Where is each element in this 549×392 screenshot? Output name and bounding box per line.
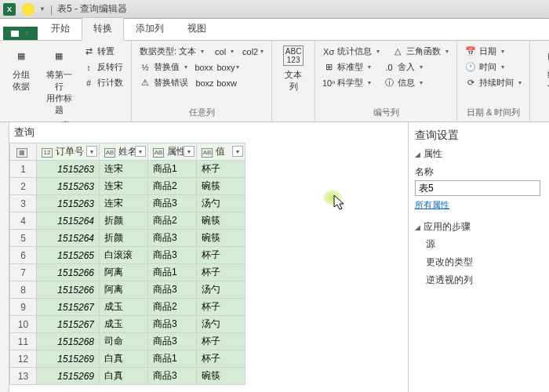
ribbon-持续时间[interactable]: ⟳持续时间▾ bbox=[462, 75, 525, 90]
table-row[interactable]: 51515264折颜商品3碗筷 bbox=[10, 230, 245, 247]
table-row[interactable]: 31515263连宋商品3汤勺 bbox=[10, 195, 245, 212]
table-row[interactable]: 111515268司命商品3杯子 bbox=[10, 333, 245, 350]
row-number[interactable]: 2 bbox=[10, 178, 37, 195]
ribbon-三角函数[interactable]: △三角函数▾ bbox=[389, 44, 452, 59]
tab-添加列[interactable]: 添加列 bbox=[124, 17, 176, 40]
cell[interactable]: 连宋 bbox=[100, 195, 148, 212]
smiley-icon[interactable] bbox=[22, 3, 35, 16]
cell[interactable]: 商品2 bbox=[148, 212, 197, 230]
cell[interactable]: 1515268 bbox=[37, 333, 100, 350]
table-row[interactable]: 131515269白真商品3碗筷 bbox=[10, 368, 245, 385]
row-number[interactable]: 8 bbox=[10, 281, 37, 299]
table-row[interactable]: 61515265白滚滚商品3杯子 bbox=[10, 247, 245, 264]
row-number[interactable]: 1 bbox=[10, 161, 37, 178]
row-number[interactable]: 3 bbox=[10, 195, 37, 212]
table-row[interactable]: 91515267成玉商品2杯子 bbox=[10, 299, 245, 316]
cell[interactable]: 1515266 bbox=[37, 264, 100, 281]
row-number[interactable]: 5 bbox=[10, 230, 37, 247]
row-number[interactable]: 12 bbox=[10, 350, 37, 368]
cell[interactable]: 阿离 bbox=[100, 281, 148, 299]
row-number[interactable]: 7 bbox=[10, 264, 37, 281]
cell[interactable]: 杯子 bbox=[197, 161, 245, 178]
cell[interactable]: 1515269 bbox=[37, 350, 100, 368]
table-row[interactable]: 21515263连宋商品2碗筷 bbox=[10, 178, 245, 195]
filter-dropdown-icon[interactable]: ▾ bbox=[232, 146, 243, 157]
step-更改的类型[interactable]: 更改的类型 bbox=[415, 253, 549, 271]
ribbon-标准型[interactable]: ⊞标准型▾ bbox=[320, 60, 374, 74]
column-header-值[interactable]: AB值▾ bbox=[197, 143, 245, 161]
ribbon-行计数[interactable]: #行计数 bbox=[80, 75, 126, 90]
table-row[interactable]: 41515264折颜商品2碗筷 bbox=[10, 212, 245, 230]
tab-开始[interactable]: 开始 bbox=[39, 17, 82, 40]
cell[interactable]: 商品2 bbox=[148, 178, 197, 195]
query-nav-collapsed[interactable] bbox=[0, 122, 9, 392]
cell[interactable]: 1515267 bbox=[37, 299, 100, 316]
cell[interactable]: 1515263 bbox=[37, 195, 100, 212]
steps-section-header[interactable]: ◢应用的步骤 bbox=[415, 220, 549, 234]
table-row[interactable]: 11515263连宋商品1杯子 bbox=[10, 161, 245, 178]
cell[interactable]: 碗筷 bbox=[197, 230, 245, 247]
ribbon-信息[interactable]: ⓘ信息▾ bbox=[380, 75, 426, 90]
cell[interactable]: 1515264 bbox=[37, 212, 100, 230]
filter-dropdown-icon[interactable]: ▾ bbox=[184, 146, 195, 157]
ribbon-数据类型: 文本[interactable]: 数据类型: 文本▾ bbox=[136, 44, 207, 59]
filter-dropdown-icon[interactable]: ▾ bbox=[86, 146, 97, 157]
cell[interactable]: 商品3 bbox=[148, 247, 197, 264]
table-row[interactable]: 121515269白真商品1杯子 bbox=[10, 350, 245, 368]
cell[interactable]: 商品1 bbox=[148, 161, 197, 178]
ribbon-日期[interactable]: 📅日期▾ bbox=[462, 44, 525, 59]
cell[interactable]: 折颜 bbox=[100, 212, 148, 230]
cell[interactable]: 商品1 bbox=[148, 350, 197, 368]
properties-section-header[interactable]: ◢属性 bbox=[415, 147, 549, 161]
tab-转换[interactable]: 转换 bbox=[82, 17, 124, 41]
cell[interactable]: 汤勺 bbox=[197, 316, 245, 333]
cell[interactable]: 汤勺 bbox=[197, 281, 245, 299]
corner-cell[interactable]: ▦ bbox=[10, 143, 37, 161]
ribbon-boxw[interactable]: boxw bbox=[218, 75, 235, 90]
ribbon-科学型[interactable]: 10ⁿ科学型▾ bbox=[320, 75, 374, 90]
ribbon-boxz[interactable]: boxz bbox=[196, 75, 213, 90]
ribbon-boxy[interactable]: boxy▾ bbox=[217, 60, 242, 74]
cell[interactable]: 司命 bbox=[100, 333, 148, 350]
cell[interactable]: 碗筷 bbox=[197, 212, 245, 230]
cell[interactable]: 1515266 bbox=[37, 281, 100, 299]
all-properties-link[interactable]: 所有属性 bbox=[415, 199, 549, 211]
cell[interactable]: 阿离 bbox=[100, 264, 148, 281]
query-name-input[interactable] bbox=[415, 180, 540, 196]
cell[interactable]: 1515269 bbox=[37, 368, 100, 385]
cell[interactable]: 白真 bbox=[100, 368, 148, 385]
ribbon-文本列[interactable]: ABC123文本列 bbox=[275, 42, 311, 117]
ribbon-col[interactable]: col▾ bbox=[212, 44, 237, 59]
cell[interactable]: 商品3 bbox=[148, 368, 197, 385]
cell[interactable]: 商品3 bbox=[148, 316, 197, 333]
row-number[interactable]: 9 bbox=[10, 299, 37, 316]
cell[interactable]: 商品3 bbox=[148, 230, 197, 247]
tab-视图[interactable]: 视图 bbox=[176, 17, 218, 40]
ribbon-时间[interactable]: 🕐时间▾ bbox=[462, 60, 525, 74]
cell[interactable]: 商品1 bbox=[148, 264, 197, 281]
smiley-dropdown-icon[interactable]: ▼ bbox=[39, 5, 45, 13]
column-header-属性[interactable]: AB属性▾ bbox=[148, 143, 197, 161]
cell[interactable]: 1515265 bbox=[37, 247, 100, 264]
cell[interactable]: 汤勺 bbox=[197, 195, 245, 212]
cell[interactable]: 杯子 bbox=[197, 350, 245, 368]
row-number[interactable]: 10 bbox=[10, 316, 37, 333]
cell[interactable]: 连宋 bbox=[100, 161, 148, 178]
column-header-订单号[interactable]: 12订单号▾ bbox=[37, 143, 100, 161]
cell[interactable]: 杯子 bbox=[197, 299, 245, 316]
ribbon-舍入[interactable]: .0舍入▾ bbox=[380, 60, 426, 74]
row-number[interactable]: 13 bbox=[10, 368, 37, 385]
ribbon-转置[interactable]: ⇄转置 bbox=[80, 44, 126, 59]
row-number[interactable]: 4 bbox=[10, 212, 37, 230]
ribbon-反转行[interactable]: ↕反转行 bbox=[80, 60, 126, 74]
cell[interactable]: 商品3 bbox=[148, 195, 197, 212]
cell[interactable]: 折颜 bbox=[100, 230, 148, 247]
cell[interactable]: 1515267 bbox=[37, 316, 100, 333]
step-逆透视的列[interactable]: 逆透视的列 bbox=[415, 271, 549, 289]
row-number[interactable]: 11 bbox=[10, 333, 37, 350]
table-row[interactable]: 101515267成玉商品3汤勺 bbox=[10, 316, 245, 333]
ribbon-替换错误[interactable]: ⚠替换错误 bbox=[136, 75, 191, 90]
ribbon-分组依据[interactable]: ▦分组依据 bbox=[3, 42, 39, 118]
cell[interactable]: 碗筷 bbox=[197, 178, 245, 195]
ribbon-col2[interactable]: col2▾ bbox=[242, 44, 267, 59]
